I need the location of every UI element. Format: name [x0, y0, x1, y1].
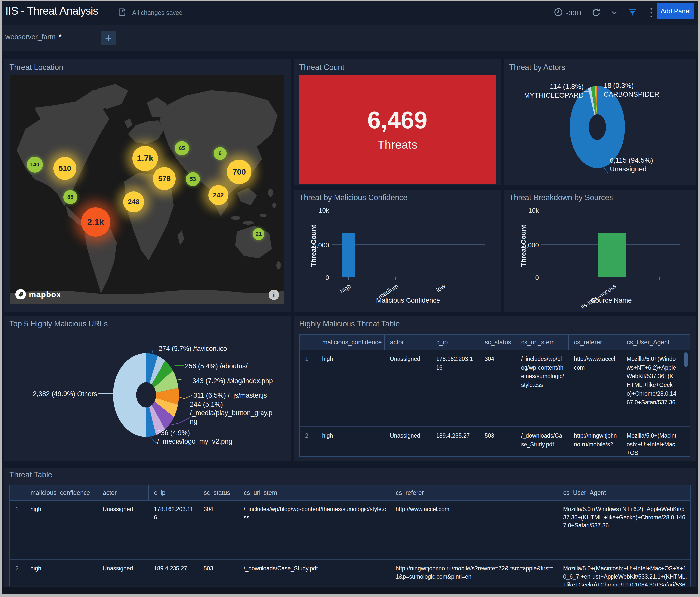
map-bubble[interactable]: 1.7k	[132, 146, 158, 171]
panel-title: Threat Table	[9, 470, 52, 479]
table-cell: 189.4.235.27	[431, 426, 479, 457]
map-bubble[interactable]: 65	[175, 141, 189, 155]
table-cell: http://www.accel.com	[390, 500, 558, 560]
y-tick-label: 5,000	[509, 241, 539, 249]
panel-threat-location: Threat Location	[4, 59, 291, 312]
x-axis-line	[542, 277, 679, 277]
table-cell: /_downloads/Case_Study.pdf	[238, 560, 390, 586]
pie-label: 311 (6.5%) /_js/master.js	[194, 391, 267, 400]
filter-bar: webserver_farm	[2, 25, 698, 51]
column-header[interactable]: cs_User_Agent	[621, 335, 680, 350]
table-header-row: malicious_confidenceactorc_ipsc_statuscs…	[300, 335, 690, 350]
pie-label: 343 (7.2%) /blog/index.php	[193, 377, 273, 385]
map-bubble[interactable]: 85	[63, 190, 77, 204]
column-header[interactable]: cs_User_Agent	[558, 485, 691, 500]
share-icon[interactable]	[117, 7, 128, 19]
map-bubble[interactable]: 6	[214, 147, 227, 160]
table-row[interactable]: 2highUnassigned189.4.235.27503/_download…	[300, 426, 690, 457]
panel-threat-by-actors: Threat by Actors 114 (1.8%) MYTHICLEOPAR…	[504, 59, 696, 185]
y-tick-label: 5,000	[299, 241, 329, 249]
map-bubble[interactable]: 248	[123, 191, 144, 212]
map-bubble[interactable]: 53	[186, 172, 200, 186]
column-header[interactable]: sc_status	[198, 485, 238, 500]
panel-threat-table: Threat Table malicious_confidenceactorc_…	[4, 468, 696, 587]
x-tick	[348, 277, 349, 280]
column-header[interactable]: actor	[384, 335, 431, 350]
table-header-row: malicious_confidenceactorc_ipsc_statuscs…	[10, 485, 691, 500]
x-axis-title: Source Name	[561, 297, 661, 305]
table-row[interactable]: 2highUnassigned189.4.235.27503/_download…	[10, 560, 691, 586]
pie-label: 6,115 (94.5%) Unassigned	[610, 156, 653, 174]
map-bubble[interactable]: 2.1k	[81, 207, 110, 237]
table-cell: 503	[198, 560, 238, 586]
table-cell: /_includes/wp/blog/wp-content/themes/sum…	[238, 500, 390, 560]
table-cell: http://ningwitjohnno.ru/mobile/s?rewrite…	[390, 560, 558, 586]
urls-callout-lines	[4, 316, 291, 462]
pie-label: 236 (4.9%) /_media/logo_my_v2.png	[157, 429, 232, 445]
table-cell: Unassigned	[384, 426, 431, 457]
row-number: 1	[300, 350, 317, 426]
table-cell: Unassigned	[97, 500, 148, 560]
column-header[interactable]: cs_referer	[568, 335, 621, 350]
panel-highly-malicious-table: Highly Malicious Threat Table malicious_…	[294, 316, 696, 462]
table-cell: /_downloads/Case_Study.pdf	[516, 426, 568, 457]
world-map[interactable]: 140510852.1k2481.7k5786553670024221 mapb…	[10, 75, 284, 305]
table-container: malicious_confidenceactorc_ipsc_statuscs…	[9, 485, 691, 586]
panel-title: Highly Malicious Threat Table	[299, 319, 400, 329]
table-row[interactable]: 1highUnassigned178.162.203.116304/_inclu…	[300, 350, 690, 426]
pie-label: 274 (5.7%) /favicon.ico	[158, 344, 227, 353]
column-header[interactable]: actor	[97, 485, 148, 500]
column-header[interactable]: c_ip	[431, 335, 479, 350]
time-range-value: -30D	[566, 9, 581, 17]
column-header[interactable]: cs_uri_stem	[238, 485, 390, 500]
x-axis-title: Malicious Confidence	[358, 297, 458, 305]
x-tick-label: iis-logs-access	[580, 282, 618, 311]
filter-icon[interactable]	[628, 8, 638, 19]
panel-title: Threat by Malicious Confidence	[299, 193, 407, 202]
time-range-button[interactable]: -30D	[554, 7, 581, 19]
threat-count-unit: Threats	[377, 138, 417, 150]
table-cell: Mozilla/5.0+(Windows+NT+6.2)+AppleWebKit…	[621, 350, 680, 426]
plus-icon	[104, 34, 113, 42]
add-filter-button[interactable]	[101, 31, 116, 45]
map-bubble[interactable]: 578	[153, 167, 176, 190]
x-tick	[443, 277, 443, 280]
table-row[interactable]: 1highUnassigned178.162.203.116304/_inclu…	[10, 500, 691, 560]
x-tick	[659, 277, 660, 280]
kebab-menu-icon[interactable]	[647, 7, 656, 19]
table-scrollbar[interactable]	[684, 352, 688, 367]
chevron-down-icon[interactable]	[611, 9, 618, 18]
x-tick-label: high	[338, 282, 352, 295]
table-container: malicious_confidenceactorc_ipsc_statuscs…	[299, 334, 690, 457]
y-tick-label: 10k	[509, 207, 539, 214]
map-bubble[interactable]: 21	[252, 228, 265, 240]
column-header[interactable]: cs_referer	[390, 485, 558, 500]
map-bubble[interactable]: 510	[53, 157, 76, 180]
table-cell: Unassigned	[384, 350, 431, 426]
table-cell: Mozilla/5.0+(Macintosh;+U;+Intel+Mac+OS+…	[558, 560, 691, 586]
pie-label: 2,382 (49.9%) Others	[33, 390, 97, 398]
panel-malicious-confidence: Threat by Malicious Confidence Threat Co…	[294, 190, 501, 312]
column-header[interactable]: cs_uri_stem	[516, 335, 568, 350]
threat-count-number: 6,469	[368, 108, 427, 132]
table-cell: 178.162.203.116	[148, 500, 198, 560]
bar-high[interactable]	[342, 233, 355, 277]
map-bubble[interactable]: 140	[27, 157, 43, 173]
column-header[interactable]: sc_status	[479, 335, 516, 350]
bar-iis-logs-access[interactable]	[598, 233, 626, 277]
table-cell: Mozilla/5.0+(Windows+NT+6.2)+AppleWebKit…	[558, 500, 691, 560]
info-icon[interactable]: i	[269, 289, 279, 300]
filter-value-input[interactable]	[59, 31, 85, 43]
panel-threat-count: Threat Count 6,469 Threats	[294, 59, 501, 185]
mapbox-attribution[interactable]: mapbox	[15, 288, 61, 300]
column-header[interactable]: malicious_confidence	[317, 335, 384, 350]
map-bubble[interactable]: 700	[227, 160, 251, 184]
table-cell: /_includes/wp/blog/wp-content/themes/sum…	[516, 350, 568, 426]
refresh-button[interactable]	[591, 7, 601, 19]
map-bubble[interactable]: 242	[208, 185, 228, 205]
column-header[interactable]: malicious_confidence	[25, 485, 97, 500]
x-tick	[612, 277, 612, 280]
table-cell: Unassigned	[97, 560, 148, 586]
column-header[interactable]: c_ip	[148, 485, 198, 500]
add-panel-button[interactable]: Add Panel	[657, 3, 694, 19]
